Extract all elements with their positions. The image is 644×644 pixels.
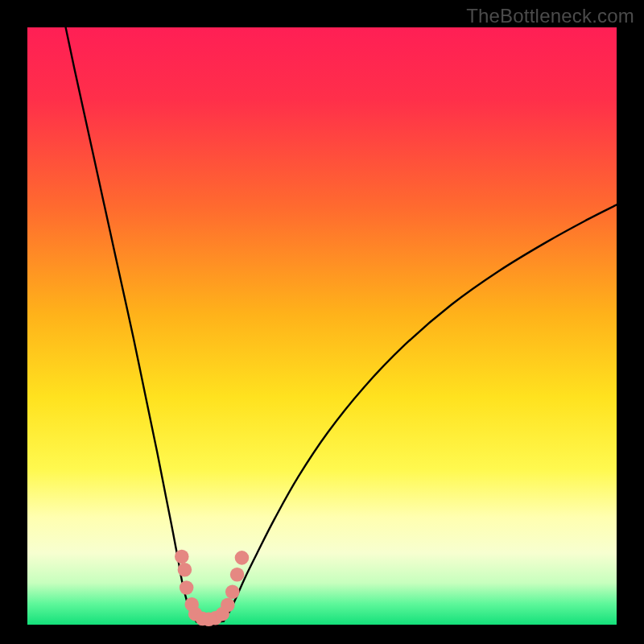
optimal-marker: [221, 598, 235, 613]
optimal-marker: [235, 551, 250, 565]
heat-gradient-background: [27, 27, 617, 625]
optimal-marker: [175, 550, 189, 564]
optimal-marker: [230, 568, 245, 582]
bottleneck-curve-chart: [0, 0, 644, 644]
optimal-marker: [225, 584, 240, 599]
optimal-marker: [178, 563, 192, 577]
watermark-text: TheBottleneck.com: [466, 5, 634, 27]
optimal-marker: [180, 580, 194, 595]
chart-frame: TheBottleneck.com: [0, 0, 644, 644]
